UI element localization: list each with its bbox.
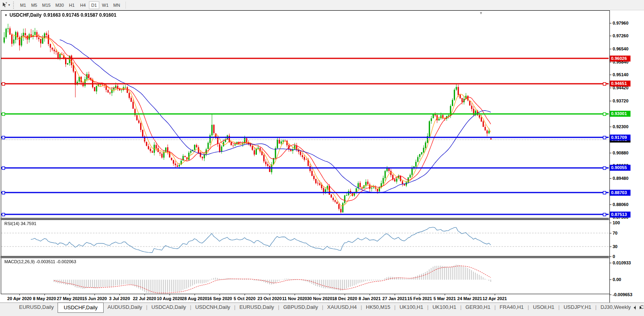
macd-canvas[interactable] — [1, 258, 609, 294]
chart-tab-usdcnh-daily[interactable]: USDCNH,Daily — [191, 303, 234, 312]
date-label: 28 Aug 2020 — [182, 296, 207, 301]
date-tickmark — [345, 294, 345, 295]
date-tickmark — [270, 294, 270, 295]
timeframe-button-m30[interactable]: M30 — [53, 1, 66, 9]
hline-price-badge: 0.88703 — [610, 190, 631, 196]
toolbar-grip[interactable] — [13, 2, 15, 9]
hline-price-badge: 0.90055 — [610, 165, 631, 171]
chart-tab-usoil-h1[interactable]: USOil,H1 — [529, 303, 558, 312]
timeframe-button-mn[interactable]: MN — [111, 1, 122, 9]
axis-tickmark — [610, 256, 611, 257]
chart-tab-gbpusd-daily[interactable]: GBPUSD,Daily — [279, 303, 322, 312]
timeframe-button-d1[interactable]: D1 — [89, 1, 99, 9]
cursor-crosshair-icon — [2, 2, 8, 8]
date-tickmark — [495, 294, 495, 295]
date-label: 15 Jun 2020 — [82, 296, 107, 301]
chart-tab-xauusd-h4[interactable]: XAUUSD,H4 — [323, 303, 361, 312]
date-tickmark — [195, 294, 195, 295]
price-axis[interactable]: 0.979600.972600.965400.958400.951400.944… — [609, 10, 644, 303]
chart-shift-marker-icon[interactable]: ▼ — [479, 11, 483, 15]
axis-tickmark — [610, 101, 611, 101]
date-tickmark — [145, 294, 145, 295]
symbol-period-label: USDCHF,Daily — [10, 12, 42, 18]
chart-title: ▼ USDCHF,Daily 0.91663 0.91745 0.91587 0… — [4, 12, 116, 18]
axis-tickmark — [610, 23, 611, 23]
timeframe-button-h4[interactable]: H4 — [78, 1, 88, 9]
date-tickmark — [44, 294, 45, 295]
rsi-label: RSI(14) 34.7591 — [4, 221, 37, 226]
macd-tick-label: 0.010933 — [613, 260, 631, 265]
time-axis[interactable]: 20 Apr 20208 May 202027 May 202015 Jun 2… — [0, 294, 609, 303]
chart-tab-ger30-h1[interactable]: GER30,H1 — [461, 303, 494, 312]
date-label: 10 Aug 2020 — [157, 296, 182, 301]
axis-tickmark — [610, 127, 611, 127]
chart-tab-usdjpy-h1[interactable]: USDJPY,H1 — [559, 303, 595, 312]
tab-scroll-right-icon[interactable] — [640, 306, 642, 309]
date-tickmark — [370, 294, 370, 295]
hline-price-badge: 0.96026 — [610, 56, 631, 62]
timeframe-button-m15[interactable]: M15 — [40, 1, 52, 9]
axis-tickmark — [610, 263, 611, 263]
price-tick-label: 0.90880 — [613, 150, 629, 155]
timeframe-button-group: M1M5M15M30H1H4D1W1MN — [17, 1, 122, 9]
chart-tab-uk100-h1[interactable]: UK100,H1 — [395, 303, 427, 312]
date-label: 27 Jan 2021 — [382, 296, 407, 301]
cursor-tool-button[interactable]: ▾ — [0, 1, 12, 10]
axis-tickmark — [610, 279, 611, 280]
main-price-pane: ▼ USDCHF,Daily 0.91663 0.91745 0.91587 0… — [1, 10, 609, 218]
date-label: 23 Oct 2020 — [257, 296, 282, 301]
hline-price-badge: 0.87513 — [610, 212, 631, 218]
timeframe-button-h1[interactable]: H1 — [67, 1, 77, 9]
date-tickmark — [69, 294, 70, 295]
axis-tickmark — [610, 62, 611, 62]
hline-price-badge: 0.91709 — [610, 135, 631, 141]
hline-price-badge: 0.94651 — [610, 81, 631, 87]
date-label: 16 Sep 2020 — [207, 296, 232, 301]
date-tickmark — [120, 294, 120, 295]
timeframe-button-w1[interactable]: W1 — [100, 1, 111, 9]
price-tick-label: 0.88060 — [613, 202, 629, 207]
date-tickmark — [220, 294, 220, 295]
chart-tab-uk100-h1[interactable]: UK100,H1 — [428, 303, 460, 312]
axis-tickmark — [610, 204, 611, 205]
price-tick-label: 0.93720 — [613, 98, 629, 103]
top-toolbar: ▾ M1M5M15M30H1H4D1W1MN — [0, 0, 644, 10]
axis-tickmark — [610, 36, 611, 36]
main-chart-canvas[interactable] — [1, 11, 609, 218]
price-tick-label: 0.97960 — [613, 21, 629, 25]
macd-indicator-pane: MACD(12,26,9) -0.003511 -0.002063 — [1, 258, 609, 294]
tab-scroll-left-icon[interactable] — [634, 306, 636, 309]
chart-tab-audusd-daily[interactable]: AUDUSD,Daily — [104, 303, 146, 312]
date-tickmark — [420, 294, 420, 295]
rsi-indicator-pane: RSI(14) 34.7591 — [1, 220, 609, 256]
collapse-indicator-icon[interactable]: ▼ — [4, 13, 8, 17]
rsi-canvas[interactable] — [1, 220, 609, 256]
chart-tab-usdcad-daily[interactable]: USDCAD,Daily — [147, 303, 190, 312]
chart-tab-eurusd-daily[interactable]: EURUSD,Daily — [15, 303, 58, 312]
chart-tab-usdchf-daily[interactable]: USDCHF,Daily — [58, 303, 103, 313]
price-tick-label: 0.96540 — [613, 46, 629, 51]
date-tickmark — [445, 294, 445, 295]
date-tickmark — [94, 294, 95, 295]
date-label: 12 Apr 2021 — [482, 296, 507, 301]
ohlc-values: 0.91663 0.91745 0.91587 0.91601 — [44, 12, 117, 18]
axis-tickmark — [610, 178, 611, 179]
tab-scroll-controls — [634, 303, 643, 312]
rsi-tick-label: 70 — [613, 231, 617, 235]
chart-tab-dj30-weekly[interactable]: DJ30,Weekly — [596, 303, 634, 312]
timeframe-button-m1[interactable]: M1 — [18, 1, 28, 9]
hline-price-badge: 0.93001 — [610, 111, 631, 117]
date-label: 24 Mar 2021 — [457, 296, 482, 301]
date-tickmark — [170, 294, 170, 295]
rsi-tick-label: 0 — [613, 254, 615, 259]
axis-tickmark — [610, 88, 611, 88]
macd-tick-label: -0.009653 — [613, 292, 632, 297]
date-label: 5 Mar 2021 — [434, 296, 456, 301]
timeframe-button-m5[interactable]: M5 — [29, 1, 39, 9]
date-tickmark — [320, 294, 320, 295]
chart-tab-eurusd-daily[interactable]: EURUSD,Daily — [235, 303, 278, 312]
chart-tab-hk50-m15[interactable]: HK50,M15 — [362, 303, 394, 312]
date-label: 30 Nov 2020 — [307, 296, 332, 301]
date-label: 18 Dec 2020 — [332, 296, 357, 301]
chart-tab-fra40-h1[interactable]: FRA40,H1 — [496, 303, 528, 312]
